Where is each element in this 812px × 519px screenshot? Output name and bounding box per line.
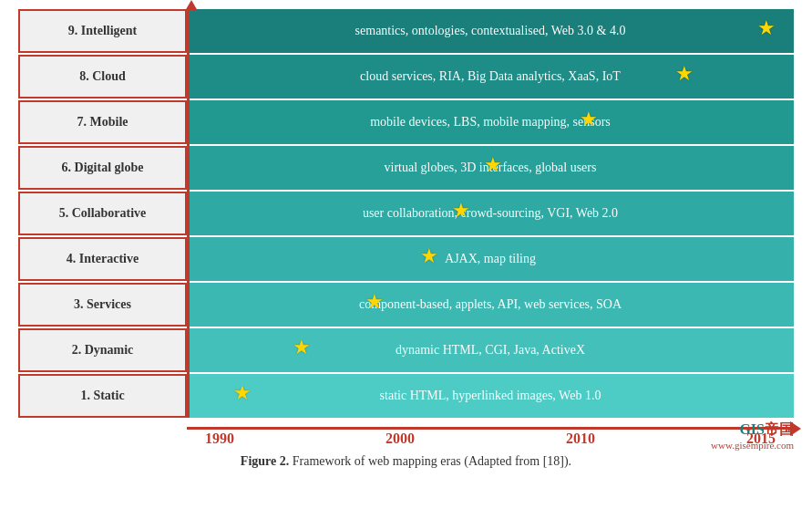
chart-row-9: 9. Intelligentsemantics, ontologies, con… bbox=[18, 9, 794, 53]
content-9: semantics, ontologies, contextualised, W… bbox=[187, 9, 794, 53]
star-8: ★ bbox=[675, 62, 694, 86]
caption-text: Framework of web mapping eras (Adapted f… bbox=[289, 454, 571, 468]
chart-area: 9. Intelligentsemantics, ontologies, con… bbox=[18, 9, 794, 418]
x-axis-container: 1990200020102015 bbox=[18, 420, 794, 447]
content-2: dynamic HTML, CGI, Java, ActiveX★ bbox=[187, 328, 794, 372]
content-8: cloud services, RIA, Big Data analytics,… bbox=[187, 55, 794, 99]
label-6: 6. Digital globe bbox=[18, 146, 187, 190]
star-3: ★ bbox=[365, 290, 384, 314]
label-4: 4. Interactive bbox=[18, 237, 187, 281]
content-3: component-based, applets, API, web servi… bbox=[187, 283, 794, 327]
main-container: 9. Intelligentsemantics, ontologies, con… bbox=[0, 0, 812, 478]
chart-row-4: 4. InteractiveAJAX, map tiling★ bbox=[18, 237, 794, 281]
label-5: 5. Collaborative bbox=[18, 192, 187, 235]
star-5: ★ bbox=[452, 199, 470, 223]
chart-row-2: 2. Dynamicdynamic HTML, CGI, Java, Activ… bbox=[18, 328, 794, 372]
label-9: 9. Intelligent bbox=[18, 9, 187, 53]
watermark-url: www.gisempire.com bbox=[711, 440, 794, 451]
label-7: 7. Mobile bbox=[18, 100, 187, 144]
star-7: ★ bbox=[580, 108, 598, 131]
x-axis-labels: 1990200020102015 bbox=[187, 431, 794, 447]
chart-row-5: 5. Collaborativeuser collaboration, crow… bbox=[18, 192, 794, 235]
watermark: GIS帝国 www.gisempire.com bbox=[711, 420, 794, 451]
content-1: static HTML, hyperlinked images, Web 1.0… bbox=[187, 374, 794, 418]
y-axis-arrow bbox=[185, 0, 198, 11]
watermark-line1: GIS帝国 bbox=[739, 423, 794, 437]
figure-caption: Figure 2. Framework of web mapping eras … bbox=[18, 454, 794, 469]
label-8: 8. Cloud bbox=[18, 55, 187, 99]
chart-row-1: 1. Staticstatic HTML, hyperlinked images… bbox=[18, 374, 794, 418]
content-4: AJAX, map tiling★ bbox=[187, 237, 794, 281]
x-axis: 1990200020102015 bbox=[187, 420, 794, 447]
label-1: 1. Static bbox=[18, 374, 187, 418]
chart-row-7: 7. Mobilemobile devices, LBS, mobile map… bbox=[18, 100, 794, 144]
chart-row-3: 3. Servicescomponent-based, applets, API… bbox=[18, 283, 794, 327]
x-axis-line bbox=[187, 427, 794, 430]
star-4: ★ bbox=[420, 244, 438, 268]
chart-row-6: 6. Digital globevirtual globes, 3D inter… bbox=[18, 146, 794, 190]
x-label-2000: 2000 bbox=[385, 431, 415, 447]
star-2: ★ bbox=[293, 336, 311, 359]
label-3: 3. Services bbox=[18, 283, 187, 327]
content-6: virtual globes, 3D interfaces, global us… bbox=[187, 146, 794, 190]
star-1: ★ bbox=[233, 381, 252, 405]
x-axis-spacer bbox=[18, 420, 187, 447]
chart-row-8: 8. Cloudcloud services, RIA, Big Data an… bbox=[18, 55, 794, 99]
figure-number: Figure 2. bbox=[241, 454, 289, 468]
label-2: 2. Dynamic bbox=[18, 328, 187, 372]
star-6: ★ bbox=[484, 153, 502, 177]
y-axis-line bbox=[187, 9, 190, 418]
content-5: user collaboration, crowd-sourcing, VGI,… bbox=[187, 192, 794, 235]
x-label-2010: 2010 bbox=[566, 431, 595, 447]
x-label-1990: 1990 bbox=[205, 431, 234, 447]
star-9: ★ bbox=[757, 16, 776, 40]
content-7: mobile devices, LBS, mobile mapping, sen… bbox=[187, 100, 794, 144]
